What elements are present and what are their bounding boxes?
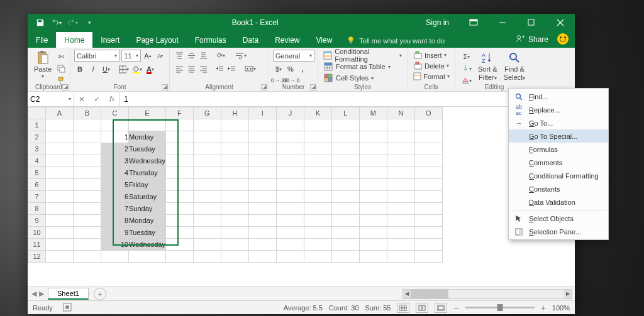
normal-view-icon[interactable]: [397, 303, 409, 313]
cell[interactable]: [359, 179, 387, 191]
row-header[interactable]: 2: [28, 131, 46, 143]
borders-icon[interactable]: ▾: [118, 63, 130, 75]
tab-home[interactable]: Home: [56, 32, 92, 48]
increase-font-icon[interactable]: A▴: [143, 50, 153, 62]
page-layout-view-icon[interactable]: [416, 303, 428, 313]
cell[interactable]: [221, 239, 248, 251]
menu-item[interactable]: abacReplace...: [509, 103, 608, 116]
column-header[interactable]: H: [221, 107, 248, 119]
sheet-nav-next-icon[interactable]: ▶: [39, 290, 44, 298]
menu-item[interactable]: Constants: [509, 182, 608, 195]
cell[interactable]: [387, 191, 414, 203]
cell[interactable]: [165, 215, 193, 227]
cell[interactable]: [414, 227, 442, 239]
cell[interactable]: [74, 119, 101, 131]
cell[interactable]: Monday: [129, 131, 166, 143]
share-button[interactable]: Share: [509, 34, 555, 48]
comma-format-icon[interactable]: ,: [297, 63, 308, 75]
cell[interactable]: [165, 119, 193, 131]
cell[interactable]: [46, 143, 74, 155]
cell[interactable]: [193, 167, 221, 179]
cell[interactable]: 2: [101, 143, 129, 155]
cell[interactable]: [248, 119, 276, 131]
cell[interactable]: [165, 143, 193, 155]
cell[interactable]: [359, 227, 387, 239]
cell[interactable]: Friday: [129, 179, 166, 191]
cell[interactable]: 10: [101, 239, 129, 251]
close-button[interactable]: [546, 14, 575, 31]
row-header[interactable]: 3: [28, 143, 46, 155]
bold-button[interactable]: B: [74, 63, 86, 75]
cell[interactable]: [46, 131, 74, 143]
cell[interactable]: [331, 119, 359, 131]
tell-me[interactable]: 💡Tell me what you want to do: [340, 36, 451, 48]
new-sheet-button[interactable]: +: [94, 288, 106, 300]
cell[interactable]: [414, 119, 442, 131]
decrease-indent-icon[interactable]: [214, 63, 225, 74]
cell[interactable]: [46, 203, 74, 215]
tab-review[interactable]: Review: [267, 32, 308, 48]
alignment-dialog-launcher[interactable]: ◢: [261, 84, 267, 90]
cell[interactable]: Saturday: [129, 191, 166, 203]
cell[interactable]: [387, 203, 414, 215]
cell[interactable]: 3: [101, 155, 129, 167]
font-size-dropdown[interactable]: 11▾: [121, 50, 140, 62]
cell[interactable]: [74, 215, 101, 227]
tab-formulas[interactable]: Formulas: [187, 32, 235, 48]
ribbon-display-icon[interactable]: [459, 14, 488, 31]
cell[interactable]: [221, 167, 248, 179]
spreadsheet-grid[interactable]: ABCEFGHIJKLMNO121Monday32Tuesday43Wednes…: [28, 107, 575, 286]
cell[interactable]: Tuesday: [129, 227, 166, 239]
maximize-button[interactable]: [517, 14, 546, 31]
wrap-text-icon[interactable]: ▾: [233, 50, 249, 61]
cell[interactable]: [46, 227, 74, 239]
cell[interactable]: [304, 191, 331, 203]
cell[interactable]: [276, 143, 304, 155]
cell[interactable]: [414, 191, 442, 203]
tab-view[interactable]: View: [308, 32, 341, 48]
cell[interactable]: [221, 179, 248, 191]
cell[interactable]: [248, 155, 276, 167]
cell[interactable]: [276, 119, 304, 131]
cell[interactable]: [46, 155, 74, 167]
column-header[interactable]: M: [359, 107, 387, 119]
cell[interactable]: [165, 251, 193, 263]
cell[interactable]: [387, 251, 414, 263]
save-icon[interactable]: [35, 18, 45, 28]
delete-cells-button[interactable]: Delete▾: [411, 60, 451, 71]
page-break-view-icon[interactable]: [435, 303, 447, 313]
cell[interactable]: [248, 179, 276, 191]
hscroll-right-icon[interactable]: ▶: [564, 290, 572, 298]
paste-button[interactable]: Paste▾: [31, 50, 54, 86]
menu-item[interactable]: Conditional Formatting: [509, 169, 608, 182]
cell[interactable]: [193, 119, 221, 131]
cell[interactable]: [387, 143, 414, 155]
row-header[interactable]: 11: [28, 239, 46, 251]
cell[interactable]: [74, 143, 101, 155]
column-header[interactable]: N: [387, 107, 414, 119]
cell[interactable]: [359, 239, 387, 251]
cell[interactable]: [304, 143, 331, 155]
cell[interactable]: 4: [101, 167, 129, 179]
cancel-edit-icon[interactable]: ✕: [74, 95, 89, 104]
tab-insert[interactable]: Insert: [92, 32, 128, 48]
cell[interactable]: [276, 239, 304, 251]
row-header[interactable]: 7: [28, 191, 46, 203]
cell[interactable]: [46, 167, 74, 179]
cell[interactable]: [46, 251, 74, 263]
cell[interactable]: [193, 215, 221, 227]
cell[interactable]: [304, 179, 331, 191]
cell[interactable]: [331, 179, 359, 191]
formula-input[interactable]: 1: [120, 92, 575, 106]
cell[interactable]: [46, 119, 74, 131]
cell[interactable]: [46, 239, 74, 251]
cell[interactable]: [331, 215, 359, 227]
italic-button[interactable]: I: [87, 63, 99, 75]
cell[interactable]: [414, 239, 442, 251]
cell[interactable]: [331, 251, 359, 263]
number-dialog-launcher[interactable]: ◢: [310, 84, 316, 90]
autosum-icon[interactable]: Σ▾: [459, 51, 474, 62]
conditional-formatting-button[interactable]: Conditional Formatting▾: [322, 50, 403, 61]
cell[interactable]: [165, 155, 193, 167]
zoom-out-button[interactable]: −: [453, 303, 458, 313]
